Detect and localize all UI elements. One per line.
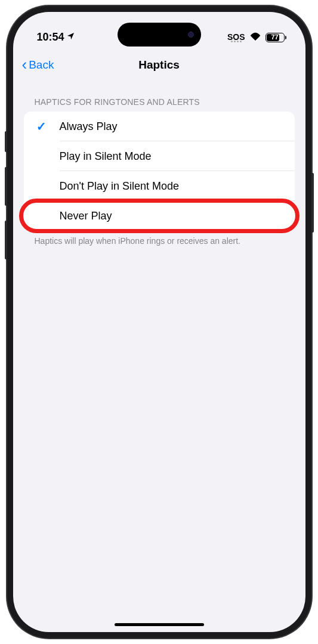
back-button[interactable]: ‹ Back (22, 57, 54, 73)
side-button-right (311, 173, 314, 233)
dynamic-island (118, 23, 201, 47)
section-header: HAPTICS FOR RINGTONES AND ALERTS (24, 79, 295, 112)
home-indicator[interactable] (115, 623, 204, 626)
option-label: Play in Silent Mode (60, 150, 152, 163)
option-dont-play-silent[interactable]: Don't Play in Silent Mode (24, 171, 295, 201)
phone-frame: 10:54 SOS 77 ‹ (7, 6, 311, 638)
screen: 10:54 SOS 77 ‹ (13, 12, 305, 632)
battery-level: 77 (266, 33, 284, 41)
option-label: Don't Play in Silent Mode (60, 180, 180, 193)
location-icon (66, 31, 75, 44)
option-never-play[interactable]: Never Play (24, 201, 295, 231)
option-label: Never Play (60, 210, 112, 222)
back-label: Back (29, 58, 54, 72)
battery-icon: 77 (265, 33, 285, 42)
status-time: 10:54 (37, 31, 64, 44)
haptics-options-list: ✓ Always Play Play in Silent Mode Don't … (24, 112, 295, 231)
checkmark-icon: ✓ (36, 119, 47, 134)
wifi-icon (249, 31, 261, 44)
side-buttons-left (5, 131, 7, 274)
option-always-play[interactable]: ✓ Always Play (24, 112, 295, 141)
navigation-bar: ‹ Back Haptics (13, 51, 305, 79)
section-footer: Haptics will play when iPhone rings or r… (24, 231, 295, 252)
chevron-left-icon: ‹ (22, 57, 27, 72)
option-label: Always Play (60, 120, 118, 133)
option-play-silent[interactable]: Play in Silent Mode (24, 141, 295, 171)
page-title: Haptics (138, 58, 180, 72)
